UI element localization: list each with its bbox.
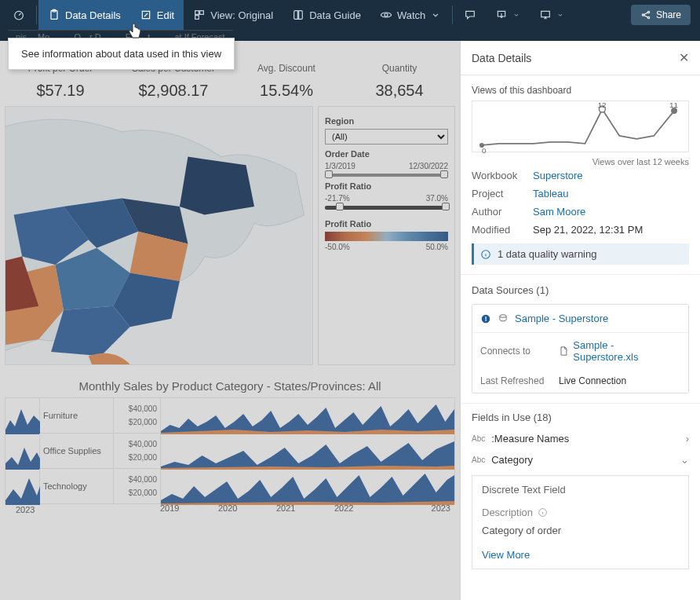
y-tick: $20,000 <box>129 488 157 497</box>
kpi-value: 15.54% <box>234 82 339 100</box>
meta-project-link[interactable]: Tableau <box>533 188 569 199</box>
map-viz[interactable] <box>5 106 313 365</box>
left-year-axis: 2023 <box>5 503 39 514</box>
speedometer-icon <box>13 9 25 21</box>
x-year: 2023 <box>392 503 450 514</box>
chevron-down-icon <box>430 9 441 20</box>
toolbar-view-label: View: Original <box>210 9 273 21</box>
data-details-panel: Data Details ✕ Views of this dashboard 0… <box>460 41 700 600</box>
toolbar-watch[interactable]: Watch <box>370 0 450 30</box>
legend-label: Profit Ratio <box>325 219 448 229</box>
spark-peak-label: 12 <box>597 101 607 109</box>
datasource-name-link[interactable]: Sample - Superstore <box>515 313 608 324</box>
legend-gradient <box>325 232 448 241</box>
field-type-label: Discrete Text Field <box>482 484 679 496</box>
toolbar-speedometer[interactable] <box>3 0 35 30</box>
file-icon <box>558 346 569 357</box>
tooltip-data-details: See information about data used in this … <box>8 38 235 70</box>
filter-region-label: Region <box>325 116 448 126</box>
info-icon <box>480 249 491 260</box>
top-toolbar: Data Details Edit View: Original Data Gu… <box>0 0 700 30</box>
orderdate-from: 1/3/2019 <box>325 162 355 170</box>
chevron-down-icon <box>556 9 564 20</box>
profitratio-from: -21.7% <box>325 194 350 203</box>
svg-point-10 <box>647 11 649 13</box>
toolbar-data-details[interactable]: Data Details <box>38 0 130 30</box>
y-tick: $20,000 <box>129 453 157 462</box>
field-description: Category of order <box>482 525 679 536</box>
ds-connects-key: Connects to <box>480 346 558 357</box>
share-label: Share <box>656 9 681 20</box>
legend-from: -50.0% <box>325 243 350 251</box>
svg-point-9 <box>642 14 643 16</box>
meta-key: Author <box>472 206 533 218</box>
ds-refreshed-key: Last Refreshed <box>480 375 559 386</box>
toolbar-comment[interactable] <box>454 0 486 30</box>
x-year: 2022 <box>334 503 392 514</box>
field-row-measure-names[interactable]: Abc :Measure Names › <box>461 428 700 449</box>
svg-point-11 <box>647 16 649 18</box>
close-icon[interactable]: ✕ <box>679 50 689 65</box>
kpi-value: 38,654 <box>347 82 452 100</box>
ds-connects-link[interactable]: Sample - Superstore.xls <box>573 339 680 363</box>
book-icon <box>292 9 304 21</box>
chart-category-technology: Technology <box>40 469 114 503</box>
chart-category-furniture: Furniture <box>40 398 114 433</box>
y-tick: $20,000 <box>129 418 157 426</box>
x-year: 2019 <box>160 503 218 514</box>
fields-header: Fields in Use (18) <box>461 412 700 423</box>
kpi-quantity: Quantity 38,654 <box>347 63 452 100</box>
field-name: :Measure Names <box>491 433 569 445</box>
tooltip-text: See information about data used in this … <box>21 48 221 60</box>
legend-to: 50.0% <box>426 243 448 251</box>
view-more-link[interactable]: View More <box>482 549 679 561</box>
kpi-label: Quantity <box>347 63 452 74</box>
toolbar-data-guide-label: Data Guide <box>309 9 361 21</box>
ds-refreshed-val: Live Connection <box>559 375 626 386</box>
slider-order-date[interactable] <box>325 174 448 177</box>
meta-key: Modified <box>472 224 533 236</box>
slider-profit-ratio[interactable] <box>325 206 448 210</box>
info-icon <box>538 507 548 518</box>
kpi-avg-discount: Avg. Discount 15.54% <box>234 63 339 100</box>
download-icon <box>495 9 508 21</box>
datasource-icon <box>498 313 509 324</box>
filter-region-select[interactable]: (All) <box>325 129 448 145</box>
toolbar-present[interactable] <box>530 0 574 30</box>
x-year: 2020 <box>218 503 276 514</box>
comment-icon <box>464 9 476 21</box>
data-quality-warning[interactable]: 1 data quality warning <box>472 243 689 265</box>
eye-icon <box>380 9 392 21</box>
svg-rect-6 <box>195 16 199 20</box>
chart-category-office: Office Supplies <box>40 434 114 468</box>
field-row-category[interactable]: Abc Category ⌄ <box>461 449 700 470</box>
edit-icon <box>140 9 152 21</box>
alert-icon: ! <box>480 313 491 324</box>
toolbar-view[interactable]: View: Original <box>184 0 283 30</box>
meta-author-link[interactable]: Sam Moore <box>533 206 585 218</box>
toolbar-download[interactable] <box>486 0 530 30</box>
meta-modified: Sep 21, 2022, 12:31 PM <box>533 224 643 236</box>
present-icon <box>539 9 552 21</box>
meta-workbook-link[interactable]: Superstore <box>533 170 583 181</box>
warning-text: 1 data quality warning <box>498 248 596 260</box>
y-tick: $40,000 <box>129 475 157 484</box>
toolbar-data-guide[interactable]: Data Guide <box>283 0 370 30</box>
data-sources-header: Data Sources (1) <box>472 284 689 296</box>
data-source-card: ! Sample - Superstore Connects to Sample… <box>472 304 689 393</box>
x-year: 2021 <box>276 503 334 514</box>
chart-title: Monthly Sales by Product Category - Stat… <box>0 365 460 397</box>
share-button[interactable]: Share <box>631 5 691 25</box>
toolbar-separator <box>452 5 453 24</box>
profitratio-to: 37.0% <box>426 194 448 203</box>
svg-rect-5 <box>200 11 204 15</box>
meta-key: Project <box>472 188 533 199</box>
monthly-sales-chart[interactable]: Furniture $40,000$20,000 Office Supplies… <box>0 397 460 518</box>
filter-profitratio-label: Profit Ratio <box>325 181 448 191</box>
abc-icon: Abc <box>472 455 485 464</box>
filter-orderdate-label: Order Date <box>325 149 448 159</box>
toolbar-data-details-label: Data Details <box>65 9 121 21</box>
svg-rect-4 <box>195 11 199 15</box>
toolbar-separator <box>36 5 37 24</box>
spark-first-label: 0 <box>482 146 487 153</box>
